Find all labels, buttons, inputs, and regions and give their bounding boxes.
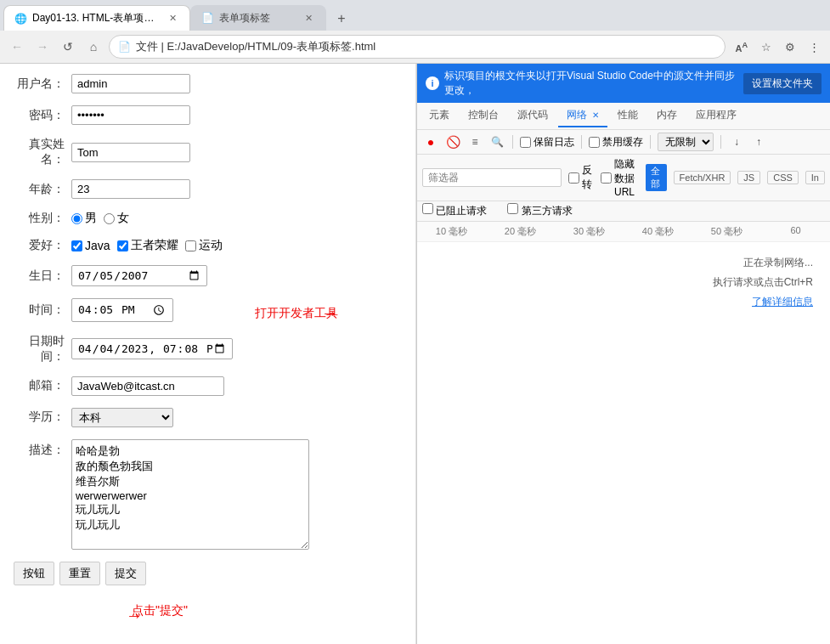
forward-button[interactable]: →	[32, 37, 53, 57]
email-input[interactable]	[71, 376, 224, 396]
description-row: 描述： 哈哈是勃 敌的颓色勃我国 维吾尔斯 werwerwerwer 玩儿玩儿 …	[14, 439, 402, 550]
disable-cache-label[interactable]: 禁用缓存	[589, 135, 643, 150]
email-label: 邮箱：	[14, 378, 71, 393]
browser-chrome: 🌐 Day01-13. HTML-表单项标签 普... ✕ 📄 表单项标签 ✕ …	[0, 0, 830, 64]
filter-css-tag[interactable]: CSS	[767, 171, 799, 184]
search-network-button[interactable]: 🔍	[488, 133, 505, 150]
filter-hide-data-url-checkbox[interactable]	[601, 172, 612, 184]
tab1-label: Day01-13. HTML-表单项标签 普...	[32, 11, 161, 25]
filter-input[interactable]	[422, 168, 562, 187]
reset-button[interactable]: 重置	[59, 562, 100, 585]
filter-all-tag[interactable]: 全部	[646, 164, 667, 191]
export-button[interactable]: ↑	[750, 133, 767, 150]
disable-cache-text: 禁用缓存	[602, 135, 643, 150]
btn-button[interactable]: 按钮	[14, 562, 54, 585]
gender-female-label[interactable]: 女	[104, 211, 129, 226]
hobby-java-label[interactable]: Java	[71, 239, 110, 252]
hobby-label: 爱好：	[14, 238, 71, 253]
home-button[interactable]: ⌂	[83, 37, 104, 57]
datetime-label: 日期时间：	[14, 334, 71, 364]
extensions-button[interactable]: ⚙	[781, 37, 799, 56]
gender-female-radio[interactable]	[104, 213, 115, 224]
network-tab-close[interactable]: ✕	[592, 110, 599, 120]
tab1-close[interactable]: ✕	[167, 11, 179, 25]
devtools-tab-sources[interactable]: 源代码	[509, 105, 556, 127]
timeline-labels: 10 毫秒 20 毫秒 30 毫秒 40 毫秒 50 毫秒 60	[417, 222, 830, 242]
datetime-input[interactable]	[71, 338, 233, 359]
toolbar-separator1	[512, 135, 513, 149]
age-label: 年龄：	[14, 182, 71, 197]
realname-row: 真实姓名：	[14, 137, 402, 167]
hobby-java-checkbox[interactable]	[71, 240, 82, 251]
throttle-select[interactable]: 无限制	[658, 133, 714, 151]
devtools-tab-performance[interactable]: 性能	[609, 105, 646, 127]
address-box[interactable]: 📄 文件 | E:/JavaDevelop/HTML/09-表单项标签.html	[109, 35, 726, 59]
filter-js-tag[interactable]: JS	[737, 171, 760, 184]
import-button[interactable]: ↓	[728, 133, 745, 150]
keep-log-checkbox[interactable]	[520, 137, 531, 148]
refresh-button[interactable]: ↺	[58, 37, 78, 57]
blocked-requests-label[interactable]: 已阻止请求	[422, 203, 487, 218]
hobby-game-checkbox[interactable]	[117, 240, 128, 251]
filter-fetch-xhr-tag[interactable]: Fetch/XHR	[674, 171, 731, 184]
third-party-label[interactable]: 第三方请求	[507, 203, 572, 218]
devtools-empty-state: 正在录制网络... 执行请求或点击Ctrl+R 了解详细信息	[417, 242, 830, 323]
birthday-input[interactable]	[71, 265, 207, 286]
gender-row: 性别： 男 女	[14, 211, 402, 226]
hobby-game-label[interactable]: 王者荣耀	[117, 238, 178, 253]
clear-button[interactable]: 🚫	[444, 133, 461, 150]
filter-invert-label[interactable]: 反转	[568, 157, 592, 198]
filter-toggle[interactable]: ≡	[466, 133, 483, 150]
aa-button[interactable]: AA	[731, 39, 752, 55]
tab-day01[interactable]: 🌐 Day01-13. HTML-表单项标签 普... ✕	[3, 5, 190, 31]
education-row: 学历： 本科 专科 研究生 博士	[14, 408, 402, 427]
devtools-tab-console[interactable]: 控制台	[460, 105, 507, 127]
age-input[interactable]	[71, 179, 190, 199]
timeline-label-50: 50 毫秒	[692, 225, 761, 238]
tab1-icon: 🌐	[14, 13, 27, 25]
hobby-sport-label[interactable]: 运动	[185, 238, 223, 253]
password-input[interactable]	[71, 105, 190, 125]
disable-cache-checkbox[interactable]	[589, 137, 600, 148]
devtools-tab-network[interactable]: 网络 ✕	[558, 105, 607, 127]
filter-in-tag[interactable]: In	[805, 171, 825, 184]
submit-button[interactable]: 提交	[105, 562, 146, 585]
realname-input[interactable]	[71, 143, 190, 162]
tab-form[interactable]: 📄 表单项标签 ✕	[190, 5, 326, 31]
devtools-tab-application[interactable]: 应用程序	[687, 105, 745, 127]
hobby-sport-checkbox[interactable]	[185, 240, 196, 251]
filter-options: 反转 隐藏数据 URL	[568, 157, 639, 198]
tab2-close[interactable]: ✕	[302, 11, 315, 25]
record-button[interactable]: ●	[422, 133, 439, 150]
education-select[interactable]: 本科 专科 研究生 博士	[71, 408, 173, 427]
gender-male-radio[interactable]	[71, 213, 82, 224]
timeline-label-20: 20 毫秒	[486, 225, 555, 238]
third-party-checkbox[interactable]	[507, 203, 518, 214]
back-button[interactable]: ←	[7, 37, 27, 57]
set-root-button[interactable]: 设置根文件夹	[743, 73, 822, 94]
username-input[interactable]	[71, 74, 190, 93]
hobby-game-text: 王者荣耀	[131, 238, 178, 253]
blocked-requests-checkbox[interactable]	[422, 203, 433, 214]
email-row: 邮箱：	[14, 376, 402, 396]
blocked-requests-text: 已阻止请求	[436, 205, 487, 217]
info-icon: i	[426, 76, 439, 90]
filter-invert-checkbox[interactable]	[568, 172, 579, 184]
learn-more-link[interactable]: 了解详细信息	[752, 295, 813, 309]
keep-log-label[interactable]: 保留日志	[520, 135, 574, 150]
description-textarea[interactable]: 哈哈是勃 敌的颓色勃我国 维吾尔斯 werwerwerwer 玩儿玩儿 玩儿玩儿	[71, 439, 309, 550]
menu-button[interactable]: ⋮	[805, 37, 823, 56]
gender-male-label[interactable]: 男	[71, 211, 97, 226]
new-tab-button[interactable]: +	[330, 7, 353, 31]
address-bar-row: ← → ↺ ⌂ 📄 文件 | E:/JavaDevelop/HTML/09-表单…	[0, 31, 830, 63]
devtools-tab-elements[interactable]: 元素	[421, 105, 458, 127]
time-input[interactable]	[71, 298, 173, 322]
page-icon: 📄	[118, 41, 131, 53]
bookmark-button[interactable]: ☆	[757, 37, 776, 56]
username-label: 用户名：	[14, 76, 71, 92]
password-row: 密码：	[14, 105, 402, 125]
blocked-row: 已阻止请求 第三方请求	[417, 201, 830, 222]
birthday-row: 生日：	[14, 265, 402, 286]
filter-hide-data-url-label[interactable]: 隐藏数据 URL	[601, 157, 639, 198]
devtools-tab-memory[interactable]: 内存	[648, 105, 686, 127]
